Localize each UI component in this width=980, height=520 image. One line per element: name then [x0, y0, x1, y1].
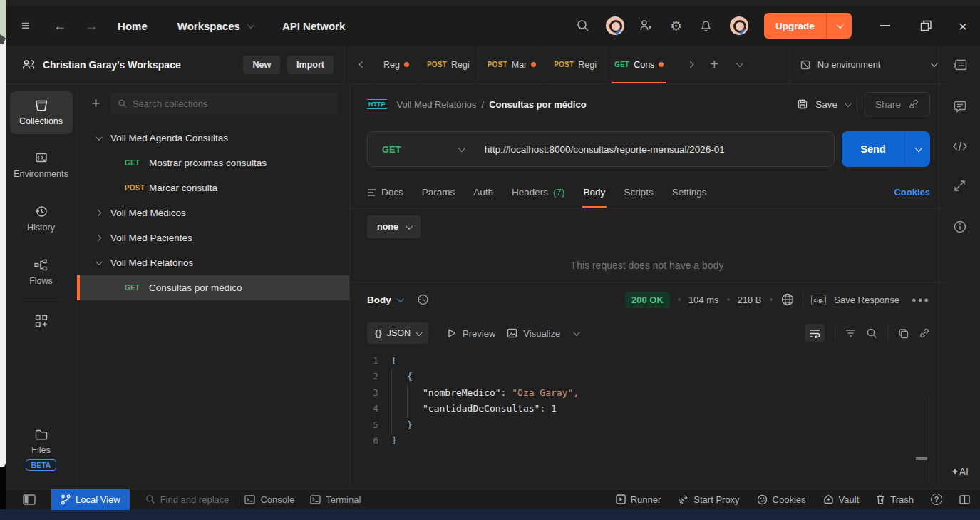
body-type-dropdown[interactable]: none [367, 215, 421, 238]
breadcrumb-current[interactable]: Consultas por médico [489, 99, 587, 110]
tab-docs[interactable]: Docs [367, 177, 403, 208]
response-time[interactable]: 104 ms [688, 295, 719, 305]
find-replace-button[interactable]: Find and replace [145, 494, 229, 505]
cookies-link[interactable]: Cookies [894, 187, 930, 198]
request-tab-active[interactable]: GET Cons [605, 46, 672, 83]
visualize-chevron[interactable] [573, 329, 580, 336]
tab-scripts[interactable]: Scripts [624, 177, 653, 208]
nav-home[interactable]: Home [118, 20, 148, 32]
request-tab[interactable]: POST Regi [418, 46, 478, 83]
scrollbar-thumb[interactable] [916, 457, 927, 460]
tab-options-chevron[interactable] [726, 46, 751, 83]
network-globe-icon[interactable] [780, 292, 795, 307]
request-tab[interactable]: POST Mar [478, 46, 545, 83]
sidebar-toggle-icon[interactable] [23, 494, 36, 505]
search-response-icon[interactable] [866, 327, 877, 339]
related-requests-icon[interactable] [953, 179, 966, 193]
back-arrow-icon[interactable]: ← [53, 19, 66, 34]
cookies-button[interactable]: Cookies [757, 494, 806, 505]
rail-item-collections[interactable]: Collections [10, 91, 73, 134]
status-badge[interactable]: 200 OK [625, 292, 670, 308]
response-format-dropdown[interactable]: {} JSON [367, 322, 428, 344]
filter-icon[interactable] [845, 329, 856, 337]
tree-request[interactable]: POST Marcar consulta [77, 175, 349, 200]
scrollbar-track[interactable] [929, 397, 929, 481]
share-button[interactable]: Share [865, 92, 930, 116]
breadcrumb-parent[interactable]: Voll Med Relatórios [397, 99, 477, 110]
request-url[interactable]: http://localhost:8000/consultas/reporte-… [485, 144, 725, 155]
nav-workspaces[interactable]: Workspaces [177, 20, 252, 32]
link-icon[interactable] [919, 327, 930, 339]
runner-button[interactable]: Runner [616, 494, 661, 505]
tab-body-active[interactable]: Body [584, 177, 606, 208]
console-button[interactable]: Console [244, 494, 294, 505]
window-close-button[interactable]: × [959, 19, 967, 34]
response-body-json[interactable]: 1 [ 2 { 3 "nombreMedico": "Oza Garay", 4… [350, 347, 944, 489]
tabs-scroll-right[interactable] [678, 46, 702, 83]
response-body-dropdown[interactable]: Body [367, 295, 402, 305]
visualize-button[interactable]: Visualize [507, 328, 560, 339]
tab-headers[interactable]: Headers (7) [512, 177, 565, 208]
environment-selector[interactable]: No environment [789, 46, 944, 83]
search-collections-input[interactable] [133, 98, 331, 109]
tree-folder[interactable]: Voll Med Relatórios [77, 250, 349, 275]
terminal-button[interactable]: Terminal [310, 494, 361, 505]
nav-api-network[interactable]: API Network [282, 20, 345, 32]
preview-button[interactable]: Preview [447, 328, 495, 339]
trash-button[interactable]: Trash [876, 494, 914, 505]
tree-folder[interactable]: Voll Med Agenda Consultas [77, 126, 349, 151]
workspace-title[interactable]: Christian Garay's Workspace [43, 59, 181, 71]
rail-item-history[interactable]: History [10, 197, 73, 240]
window-restore-button[interactable] [920, 20, 932, 31]
team-avatar[interactable] [606, 16, 624, 35]
tree-folder[interactable]: Voll Med Pacientes [77, 225, 349, 250]
forward-arrow-icon[interactable]: → [85, 19, 98, 34]
save-button[interactable]: Save [815, 99, 837, 110]
collections-search[interactable] [110, 93, 338, 114]
import-button[interactable]: Import [287, 56, 334, 74]
response-size[interactable]: 218 B [738, 295, 762, 305]
copy-icon[interactable] [898, 328, 909, 339]
request-tab[interactable]: POST Regi [545, 46, 605, 83]
two-pane-layout-icon[interactable] [959, 495, 970, 504]
save-options-chevron[interactable] [845, 100, 852, 107]
rail-item-files[interactable]: Files BETA [10, 421, 73, 479]
request-tab[interactable]: Reg [374, 46, 418, 83]
local-view-button[interactable]: Local View [51, 489, 130, 510]
window-minimize-button[interactable] [880, 25, 890, 26]
wrap-text-toggle[interactable] [805, 324, 825, 342]
search-icon[interactable] [576, 19, 590, 33]
hamburger-menu-icon[interactable]: ≡ [21, 18, 29, 34]
new-tab-button[interactable]: + [702, 46, 726, 83]
start-proxy-button[interactable]: Start Proxy [678, 494, 739, 505]
vault-button[interactable]: Vault [823, 494, 860, 505]
new-button[interactable]: New [243, 56, 280, 74]
code-snippet-icon[interactable] [952, 141, 968, 152]
method-selector[interactable]: GET [368, 144, 411, 155]
upgrade-button[interactable]: Upgrade [764, 13, 852, 39]
upgrade-chevron[interactable] [826, 13, 852, 39]
send-button[interactable]: Send [842, 131, 930, 167]
more-options-icon[interactable]: ●●● [912, 295, 930, 304]
tab-params[interactable]: Params [422, 177, 455, 208]
save-response-button[interactable]: Save Response [834, 295, 899, 305]
user-avatar[interactable] [730, 16, 748, 35]
invite-user-icon[interactable] [639, 19, 653, 33]
tree-folder[interactable]: Voll Med Médicos [77, 200, 349, 225]
rail-item-flows[interactable]: Flows [10, 250, 73, 294]
tab-auth[interactable]: Auth [473, 177, 493, 208]
tree-request-selected[interactable]: GET Consultas por médico [77, 275, 349, 300]
method-chevron[interactable] [458, 145, 465, 152]
info-icon[interactable] [953, 220, 967, 234]
rail-item-more-blocks[interactable] [10, 306, 73, 336]
tree-request[interactable]: GET Mostrar próximas consultas [77, 151, 349, 175]
url-input-box[interactable]: GET http://localhost:8000/consultas/repo… [367, 131, 835, 167]
help-icon[interactable]: ? [931, 494, 942, 505]
tabs-scroll-left[interactable] [350, 46, 374, 83]
tab-settings[interactable]: Settings [672, 177, 707, 208]
variables-quick-look-icon[interactable] [952, 58, 968, 73]
notifications-bell-icon[interactable] [699, 19, 713, 33]
comments-icon[interactable] [953, 100, 967, 113]
settings-gear-icon[interactable]: ⚙ [670, 18, 682, 34]
send-options-chevron[interactable] [904, 131, 930, 167]
